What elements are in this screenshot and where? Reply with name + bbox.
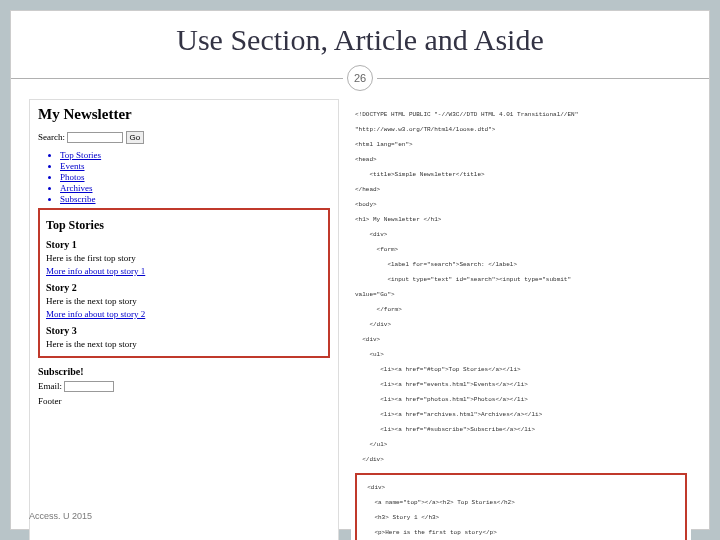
code-line: value="Go"> xyxy=(355,291,687,299)
code-line: <label for="search">Search: </label> xyxy=(355,261,687,269)
story-text: Here is the first top story xyxy=(46,253,322,263)
nav-item[interactable]: Archives xyxy=(60,183,330,193)
code-line: <h3> Story 1 </h3> xyxy=(360,514,682,522)
nav-item[interactable]: Events xyxy=(60,161,330,171)
footer-label: Footer xyxy=(38,396,330,406)
go-button[interactable]: Go xyxy=(126,131,145,144)
code-line: <html lang="en"> xyxy=(355,141,687,149)
story-heading: Story 3 xyxy=(46,325,322,336)
code-line: <li><a href="archives.html">Archives</a>… xyxy=(355,411,687,419)
story-text: Here is the next top story xyxy=(46,339,322,349)
code-line: <div> xyxy=(355,336,687,344)
page-number: 26 xyxy=(347,65,373,91)
story-heading: Story 1 xyxy=(46,239,322,250)
title-divider: 26 xyxy=(11,65,709,91)
code-line: <title>Simple Newsletter</title> xyxy=(355,171,687,179)
code-line: <li><a href="#subscribe">Subscribe</a></… xyxy=(355,426,687,434)
top-stories-heading: Top Stories xyxy=(46,218,322,233)
code-line: </ul> xyxy=(355,441,687,449)
code-line: <li><a href="photos.html">Photos</a></li… xyxy=(355,396,687,404)
email-row: Email: xyxy=(38,381,330,392)
code-line: <li><a href="events.html">Events</a></li… xyxy=(355,381,687,389)
nav-item[interactable]: Photos xyxy=(60,172,330,182)
code-line: </form> xyxy=(355,306,687,314)
slide-footer: Access. U 2015 xyxy=(29,511,92,521)
subscribe-heading: Subscribe! xyxy=(38,366,330,377)
code-line: <h1> My Newsletter </h1> xyxy=(355,216,687,224)
code-line: <div> xyxy=(355,231,687,239)
content-area: My Newsletter Search: Go Top Stories Eve… xyxy=(11,91,709,540)
code-line: <input type="text" id="search"><input ty… xyxy=(355,276,687,284)
nav-item[interactable]: Top Stories xyxy=(60,150,330,160)
story-heading: Story 2 xyxy=(46,282,322,293)
code-line: <li><a href="#top">Top Stories</a></li> xyxy=(355,366,687,374)
code-line: <body> xyxy=(355,201,687,209)
nav-item[interactable]: Subscribe xyxy=(60,194,330,204)
code-line: <form> xyxy=(355,246,687,254)
code-line: <a name="top"></a><h2> Top Stories</h2> xyxy=(360,499,682,507)
code-line: </head> xyxy=(355,186,687,194)
slide-container: Use Section, Article and Aside 26 My New… xyxy=(10,10,710,530)
code-line: <head> xyxy=(355,156,687,164)
code-line: <p>Here is the first top story</p> xyxy=(360,529,682,537)
email-label: Email: xyxy=(38,381,62,391)
highlighted-section-left: Top Stories Story 1 Here is the first to… xyxy=(38,208,330,358)
search-label: Search: xyxy=(38,132,65,142)
code-line: "http://www.w3.org/TR/html4/loose.dtd"> xyxy=(355,126,687,134)
code-line: <div> xyxy=(360,484,682,492)
story-link[interactable]: More info about top story 1 xyxy=(46,266,322,276)
nav-list: Top Stories Events Photos Archives Subsc… xyxy=(60,150,330,204)
source-code-panel: <!DOCTYPE HTML PUBLIC "-//W3C//DTD HTML … xyxy=(351,99,691,540)
code-line: <!DOCTYPE HTML PUBLIC "-//W3C//DTD HTML … xyxy=(355,111,687,119)
newsletter-heading: My Newsletter xyxy=(38,106,330,123)
story-link[interactable]: More info about top story 2 xyxy=(46,309,322,319)
code-line: </div> xyxy=(355,456,687,464)
story-text: Here is the next top story xyxy=(46,296,322,306)
code-line: </div> xyxy=(355,321,687,329)
search-input[interactable] xyxy=(67,132,123,143)
email-input[interactable] xyxy=(64,381,114,392)
rendered-preview: My Newsletter Search: Go Top Stories Eve… xyxy=(29,99,339,540)
slide-title: Use Section, Article and Aside xyxy=(11,11,709,65)
highlighted-code-block: <div> <a name="top"></a><h2> Top Stories… xyxy=(355,473,687,541)
search-row: Search: Go xyxy=(38,131,330,144)
code-line: <ul> xyxy=(355,351,687,359)
